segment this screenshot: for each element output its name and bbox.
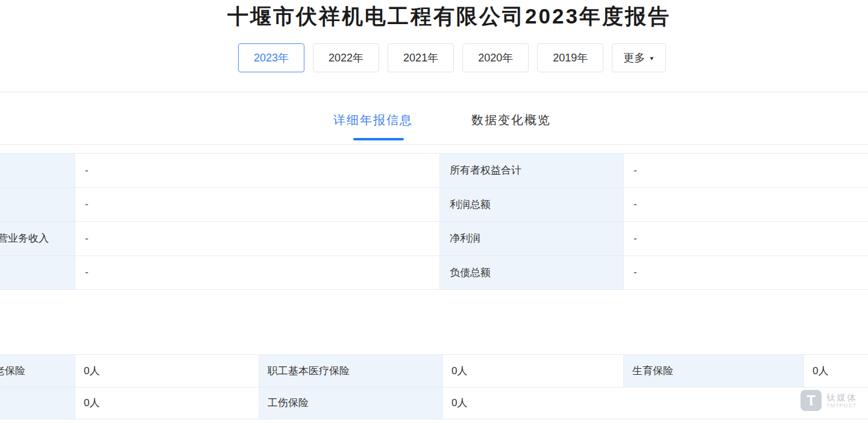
tab-data-change-overview[interactable]: 数据变化概览 (471, 112, 551, 128)
fin-label-owner-equity: 所有者权益合计 (440, 154, 624, 188)
ins-value-pension: 0人 (75, 355, 259, 387)
ins-value-cell: 0人 (75, 387, 259, 420)
fin-value-main-business-income: - (75, 222, 440, 256)
ins-label-pension-insurance-text: 养老保险 (0, 364, 25, 378)
chevron-down-icon: ▼ (649, 55, 655, 61)
ins-value-medical: 0人 (443, 355, 624, 387)
fin-label-total-liabilities: 负债总额 (440, 256, 624, 290)
ins-label-maternity-insurance: 生育保险 (624, 355, 804, 387)
fin-value-total-profit: - (624, 188, 868, 222)
year-button-2023[interactable]: 2023年 (238, 43, 304, 72)
ins-empty-cell (624, 387, 804, 420)
active-tab-underline (353, 138, 404, 140)
year-button-2021[interactable]: 2021年 (388, 43, 454, 72)
tmtpost-watermark: T 钛媒体 TMTPOST (800, 390, 857, 411)
year-button-2019[interactable]: 2019年 (537, 43, 603, 72)
fin-value-cell: - (75, 154, 440, 188)
fin-label-main-business-income-text: 主营业务收入 (0, 231, 49, 245)
fin-value-owner-equity: - (624, 154, 868, 188)
ins-value-maternity: 0人 (804, 355, 868, 387)
divider-under-tabs (0, 144, 868, 145)
ins-value-injury: 0人 (443, 387, 624, 420)
tmtpost-subname: TMTPOST (826, 403, 857, 409)
fin-value-total-liabilities: - (624, 256, 868, 290)
ins-label-cell (0, 387, 75, 420)
fin-label-net-profit: 净利润 (440, 222, 624, 256)
tmtpost-name: 钛媒体 (826, 392, 857, 403)
divider-top (0, 92, 868, 92)
more-years-label: 更多 (623, 51, 645, 65)
fin-value-net-profit: - (624, 222, 868, 256)
fin-label-cell (0, 154, 75, 188)
fin-label-main-business-income: 主营业务收入 (0, 222, 75, 256)
page-title: 十堰市伏祥机电工程有限公司2023年度报告 (227, 2, 671, 31)
ins-label-injury-insurance: 工伤保险 (259, 387, 443, 420)
year-button-2022[interactable]: 2022年 (313, 43, 379, 72)
annual-report-page: 十堰市伏祥机电工程有限公司2023年度报告 2023年 2022年 2021年 … (0, 0, 868, 423)
ins-label-medical-insurance: 职工基本医疗保险 (259, 355, 443, 387)
social-insurance-table: 养老保险 0人 职工基本医疗保险 0人 生育保险 0人 0人 工伤保险 0人 (0, 354, 868, 419)
fin-label-cell (0, 256, 75, 290)
fin-value-cell: - (75, 256, 440, 290)
fin-value-cell: - (75, 188, 440, 222)
year-selector: 2023年 2022年 2021年 2020年 2019年 更多 ▼ (238, 43, 666, 72)
financial-table: - 所有者权益合计 - - 利润总额 - 主营业务收入 - 净利润 - - 负债… (0, 153, 868, 290)
fin-label-cell (0, 188, 75, 222)
year-button-2020[interactable]: 2020年 (462, 43, 529, 72)
tmtpost-wordmark: 钛媒体 TMTPOST (826, 392, 857, 409)
tab-detailed-report[interactable]: 详细年报信息 (333, 112, 413, 128)
tmtpost-logo-icon: T (800, 390, 822, 411)
more-years-button[interactable]: 更多 ▼ (612, 43, 666, 72)
ins-label-pension-insurance: 养老保险 (0, 355, 75, 387)
fin-label-total-profit: 利润总额 (440, 188, 624, 222)
